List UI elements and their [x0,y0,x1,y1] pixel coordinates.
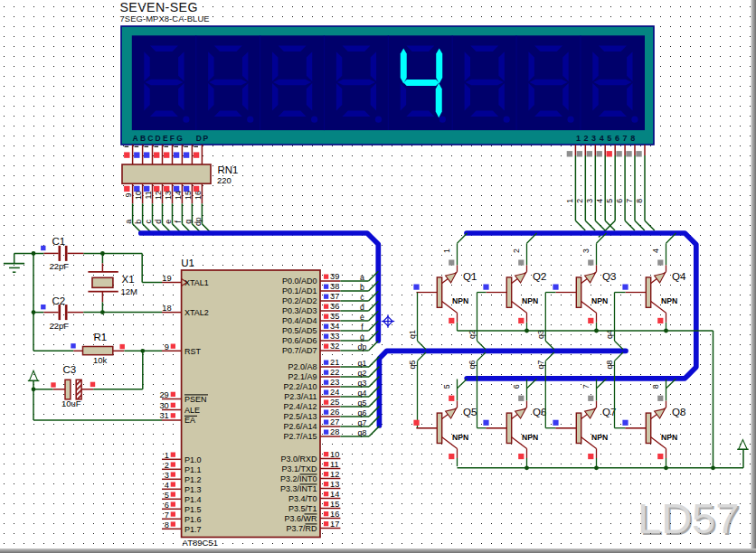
svg-text:XTAL1: XTAL1 [184,278,209,287]
svg-text:13: 13 [330,480,339,489]
svg-text:4: 4 [165,481,169,490]
svg-text:P3.6/WR: P3.6/WR [284,514,317,523]
svg-text:RN1: RN1 [218,164,239,175]
svg-text:24: 24 [330,388,339,397]
svg-text:q6: q6 [468,361,477,370]
svg-text:e: e [164,220,173,224]
svg-text:c: c [144,219,153,223]
svg-text:12: 12 [330,470,339,479]
svg-text:a: a [360,273,364,282]
svg-text:XTAL2: XTAL2 [184,308,209,317]
svg-text:P1.4: P1.4 [184,495,202,504]
svg-text:2: 2 [165,461,169,470]
svg-text:NPN: NPN [591,296,608,305]
svg-text:d: d [154,220,163,224]
svg-text:Q4: Q4 [672,271,686,282]
svg-text:b: b [360,283,364,292]
svg-text:P1.3: P1.3 [184,485,202,494]
svg-text:15: 15 [184,191,193,200]
svg-text:28: 28 [330,427,339,436]
svg-text:6: 6 [615,199,624,203]
svg-text:SEVEN-SEG: SEVEN-SEG [120,0,198,14]
svg-text:P1.0: P1.0 [184,455,202,464]
svg-text:P3.1/TXD: P3.1/TXD [281,464,317,473]
svg-text:18: 18 [162,304,171,313]
svg-text:P1.5: P1.5 [184,505,202,514]
svg-text:P3.5/T1: P3.5/T1 [288,504,317,513]
svg-text:37: 37 [330,292,339,301]
svg-text:P2.3/A11: P2.3/A11 [284,392,317,401]
svg-text:P3.4/T0: P3.4/T0 [288,494,317,503]
svg-text:P2.7/A15: P2.7/A15 [283,432,317,441]
svg-text:NPN: NPN [591,433,608,442]
svg-text:U1: U1 [181,258,194,268]
svg-text:P2.4/A12: P2.4/A12 [283,402,317,411]
svg-text:a: a [124,220,133,224]
svg-text:P0.4/AD4: P0.4/AD4 [282,316,317,325]
svg-text:1: 1 [565,199,574,203]
svg-text:P2.2/A10: P2.2/A10 [283,382,317,391]
svg-text:P2.5/A13: P2.5/A13 [283,412,317,421]
svg-text:q1: q1 [358,359,367,368]
svg-text:P0.7/AD7: P0.7/AD7 [282,346,317,355]
svg-text:Q8: Q8 [672,407,685,417]
svg-text:Q5: Q5 [463,407,477,417]
svg-text:P0.6/AD6: P0.6/AD6 [282,336,317,345]
svg-text:35: 35 [330,312,339,321]
svg-text:6: 6 [165,501,169,510]
svg-text:16: 16 [194,191,203,200]
svg-text:e: e [360,313,364,322]
svg-text:38: 38 [330,282,339,291]
svg-text:P3.7/RD: P3.7/RD [286,524,317,533]
svg-text:DP: DP [196,134,210,143]
svg-text:13: 13 [164,191,173,200]
svg-text:PSEN: PSEN [184,395,207,404]
svg-text:dp: dp [358,342,367,351]
svg-text:P0.2/AD2: P0.2/AD2 [282,296,317,305]
svg-text:Q3: Q3 [602,271,616,282]
svg-text:d: d [360,303,364,312]
svg-text:NPN: NPN [522,296,538,305]
svg-text:P1.6: P1.6 [184,515,202,524]
svg-text:1: 1 [442,248,451,253]
svg-text:C3: C3 [63,364,77,375]
svg-text:g: g [360,333,364,342]
svg-text:q6: q6 [358,408,367,417]
svg-text:30: 30 [159,401,168,410]
svg-text:22: 22 [330,368,339,377]
svg-text:dp: dp [194,217,203,226]
svg-text:P0.1/AD1: P0.1/AD1 [282,286,317,295]
svg-text:P0.5/AD5: P0.5/AD5 [282,326,317,335]
svg-text:q8: q8 [358,428,367,437]
svg-text:36: 36 [330,302,339,311]
svg-text:4: 4 [651,248,660,253]
svg-text:23: 23 [330,378,339,387]
svg-text:19: 19 [162,274,171,283]
svg-text:P2.1/A9: P2.1/A9 [288,372,317,381]
svg-text:10k: 10k [93,355,108,365]
svg-text:R1: R1 [94,332,108,342]
svg-text:Q6: Q6 [533,407,546,417]
svg-text:33: 33 [330,332,339,341]
svg-text:5: 5 [605,199,614,203]
svg-text:q2: q2 [358,369,367,378]
svg-text:7: 7 [165,511,169,520]
svg-text:q8: q8 [605,361,614,370]
svg-text:q1: q1 [408,330,417,339]
svg-text:q5: q5 [358,398,367,408]
svg-text:q5: q5 [408,361,417,370]
svg-text:Q1: Q1 [463,271,477,282]
svg-text:C2: C2 [52,295,66,306]
svg-text:7SEG-MPX8-CA-BLUE: 7SEG-MPX8-CA-BLUE [120,14,210,23]
svg-text:1: 1 [165,451,169,460]
svg-text:15: 15 [330,500,339,509]
svg-text:P3.2/INT0: P3.2/INT0 [280,474,317,483]
svg-text:3: 3 [165,471,169,480]
svg-text:P1.2: P1.2 [184,475,202,484]
svg-text:NPN: NPN [661,433,677,442]
svg-text:2: 2 [512,248,521,253]
svg-text:5: 5 [442,384,451,389]
svg-text:c: c [360,293,364,302]
svg-text:ABCDEFG: ABCDEFG [133,134,184,143]
svg-text:2: 2 [575,199,584,203]
